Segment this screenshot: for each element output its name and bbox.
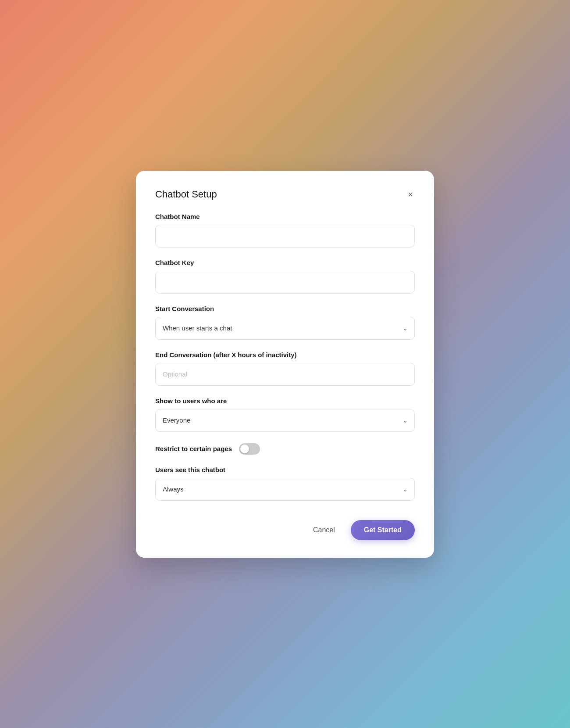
toggle-thumb xyxy=(240,445,249,453)
show-to-users-label: Show to users who are xyxy=(155,397,415,405)
modal-title: Chatbot Setup xyxy=(155,189,217,200)
users-see-chatbot-select-wrapper: Always Never Custom ⌄ xyxy=(155,478,415,501)
chatbot-key-label: Chatbot Key xyxy=(155,259,415,266)
show-to-users-section: Show to users who are Everyone Logged in… xyxy=(155,397,415,432)
end-conversation-input[interactable] xyxy=(155,363,415,386)
close-button[interactable]: × xyxy=(406,188,415,201)
users-see-chatbot-section: Users see this chatbot Always Never Cust… xyxy=(155,466,415,501)
show-to-users-select-wrapper: Everyone Logged in Logged out ⌄ xyxy=(155,409,415,432)
chatbot-key-input[interactable] xyxy=(155,271,415,294)
start-conversation-label: Start Conversation xyxy=(155,305,415,312)
chatbot-name-input[interactable] xyxy=(155,225,415,247)
restrict-pages-row: Restrict to certain pages xyxy=(155,443,415,455)
restrict-pages-toggle[interactable] xyxy=(239,443,260,455)
cancel-button[interactable]: Cancel xyxy=(304,521,344,539)
chatbot-key-section: Chatbot Key xyxy=(155,259,415,294)
get-started-button[interactable]: Get Started xyxy=(351,520,415,540)
start-conversation-select[interactable]: When user starts a chat Immediately Afte… xyxy=(155,317,415,340)
restrict-pages-label: Restrict to certain pages xyxy=(155,445,232,452)
end-conversation-label: End Conversation (after X hours of inact… xyxy=(155,351,415,359)
modal-footer: Cancel Get Started xyxy=(155,516,415,540)
chatbot-setup-modal: Chatbot Setup × Chatbot Name Chatbot Key… xyxy=(136,171,434,558)
start-conversation-section: Start Conversation When user starts a ch… xyxy=(155,305,415,340)
modal-header: Chatbot Setup × xyxy=(155,188,415,201)
end-conversation-section: End Conversation (after X hours of inact… xyxy=(155,351,415,386)
start-conversation-select-wrapper: When user starts a chat Immediately Afte… xyxy=(155,317,415,340)
users-see-chatbot-select[interactable]: Always Never Custom xyxy=(155,478,415,501)
chatbot-name-section: Chatbot Name xyxy=(155,213,415,247)
modal-overlay: Chatbot Setup × Chatbot Name Chatbot Key… xyxy=(0,0,570,728)
show-to-users-select[interactable]: Everyone Logged in Logged out xyxy=(155,409,415,432)
chatbot-name-label: Chatbot Name xyxy=(155,213,415,220)
users-see-chatbot-label: Users see this chatbot xyxy=(155,466,415,473)
